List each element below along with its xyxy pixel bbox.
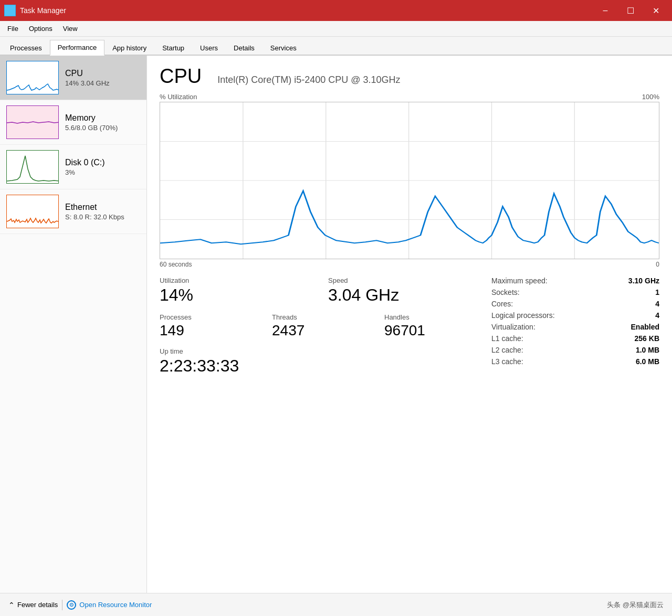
processes-stat: Processes 149 (160, 313, 256, 339)
disk-detail: 3% (65, 168, 140, 176)
cpu-detail: 14% 3.04 GHz (65, 79, 140, 87)
bottom-bar: ⌃ Fewer details ⊙ Open Resource Monitor … (0, 593, 672, 616)
sidebar-item-memory[interactable]: Memory 5.6/8.0 GB (70%) (0, 100, 146, 145)
utilization-label: % Utilization (160, 93, 197, 101)
tabs-bar: Processes Performance App history Startu… (0, 37, 672, 56)
time-start-label: 60 seconds (160, 261, 192, 268)
info-label-sockets: Sockets: (491, 288, 520, 296)
cpu-info-table: Maximum speed: 3.10 GHz Sockets: 1 Cores… (491, 277, 659, 369)
stats-row-2: Processes 149 Threads 2437 Handles 96701 (160, 313, 481, 339)
utilization-label-row: % Utilization 100% (160, 93, 659, 101)
info-row-cores: Cores: 4 (491, 300, 659, 308)
window-controls: – ☐ ✕ (593, 2, 668, 19)
bottom-bar-left: ⌃ Fewer details ⊙ Open Resource Monitor (8, 600, 152, 610)
svg-rect-4 (7, 195, 59, 228)
tab-processes[interactable]: Processes (2, 40, 50, 56)
info-label-cores: Cores: (491, 300, 513, 308)
tab-app-history[interactable]: App history (104, 40, 154, 56)
maximize-button[interactable]: ☐ (618, 2, 643, 19)
handles-stat-label: Handles (384, 313, 481, 321)
info-value-maxspeed: 3.10 GHz (628, 277, 659, 285)
info-value-l2: 1.0 MB (636, 346, 659, 354)
utilization-stat: Utilization 14% (160, 277, 312, 305)
tab-services[interactable]: Services (262, 40, 304, 56)
open-resource-monitor-button[interactable]: ⊙ Open Resource Monitor (67, 600, 152, 610)
info-label-virt: Virtualization: (491, 323, 536, 331)
tab-startup[interactable]: Startup (154, 40, 192, 56)
cpu-sidebar-info: CPU 14% 3.04 GHz (65, 69, 140, 87)
open-resource-monitor-label: Open Resource Monitor (79, 601, 152, 609)
handles-stat: Handles 96701 (384, 313, 481, 339)
info-label-l2: L2 cache: (491, 346, 523, 354)
info-value-virt: Enabled (631, 323, 659, 331)
ethernet-name: Ethernet (65, 203, 140, 212)
info-value-cores: 4 (655, 300, 659, 308)
cpu-panel-title: CPU (160, 65, 202, 88)
cpu-header: CPU Intel(R) Core(TM) i5-2400 CPU @ 3.10… (160, 65, 659, 88)
window-title: Task Manager (20, 6, 593, 15)
tab-details[interactable]: Details (226, 40, 262, 56)
memory-detail: 5.6/8.0 GB (70%) (65, 124, 140, 132)
speed-stat: Speed 3.04 GHz (328, 277, 481, 305)
info-value-logical: 4 (655, 311, 659, 320)
title-bar: Task Manager – ☐ ✕ (0, 0, 672, 21)
info-row-logical: Logical processors: 4 (491, 311, 659, 320)
sidebar-item-ethernet[interactable]: Ethernet S: 8.0 R: 32.0 Kbps (0, 189, 146, 234)
cpu-thumbnail (6, 61, 59, 94)
disk-thumbnail (6, 150, 59, 184)
ethernet-sidebar-info: Ethernet S: 8.0 R: 32.0 Kbps (65, 203, 140, 221)
threads-stat-value: 2437 (272, 322, 369, 339)
chevron-up-icon: ⌃ (8, 601, 15, 609)
utilization-stat-value: 14% (160, 285, 312, 305)
stats-row-1: Utilization 14% Speed 3.04 GHz (160, 277, 481, 305)
uptime-stat: Up time 2:23:33:33 (160, 347, 481, 376)
utilization-max: 100% (642, 93, 659, 101)
info-row-maxspeed: Maximum speed: 3.10 GHz (491, 277, 659, 285)
fewer-details-button[interactable]: ⌃ Fewer details (8, 601, 58, 609)
ethernet-thumbnail (6, 195, 59, 228)
info-row-sockets: Sockets: 1 (491, 288, 659, 296)
menu-options[interactable]: Options (24, 21, 58, 36)
cpu-chart (160, 102, 659, 259)
watermark: 头条 @呆猫桌面云 (607, 600, 664, 610)
cpu-panel-subtitle: Intel(R) Core(TM) i5-2400 CPU @ 3.10GHz (217, 75, 400, 86)
fewer-details-label: Fewer details (17, 601, 58, 609)
tab-performance[interactable]: Performance (50, 40, 104, 56)
sidebar: CPU 14% 3.04 GHz Memory 5.6/8.0 GB (70%) (0, 56, 147, 593)
sidebar-item-disk[interactable]: Disk 0 (C:) 3% (0, 145, 146, 189)
main-content: CPU 14% 3.04 GHz Memory 5.6/8.0 GB (70%) (0, 56, 672, 593)
memory-name: Memory (65, 113, 140, 123)
app-icon (4, 5, 16, 16)
processes-stat-label: Processes (160, 313, 256, 321)
sidebar-item-cpu[interactable]: CPU 14% 3.04 GHz (0, 56, 146, 100)
info-value-l1: 256 KB (635, 334, 659, 343)
info-label-l3: L3 cache: (491, 357, 523, 366)
disk-sidebar-info: Disk 0 (C:) 3% (65, 158, 140, 176)
cpu-name: CPU (65, 69, 140, 78)
handles-stat-value: 96701 (384, 322, 481, 339)
chart-time-labels: 60 seconds 0 (160, 261, 659, 268)
tab-users[interactable]: Users (192, 40, 226, 56)
minimize-button[interactable]: – (593, 2, 617, 19)
close-button[interactable]: ✕ (644, 2, 668, 19)
resource-monitor-icon: ⊙ (67, 600, 76, 610)
processes-stat-value: 149 (160, 322, 256, 339)
disk-name: Disk 0 (C:) (65, 158, 140, 167)
memory-thumbnail (6, 105, 59, 139)
menu-file[interactable]: File (2, 21, 24, 36)
info-row-l1: L1 cache: 256 KB (491, 334, 659, 343)
info-row-virt: Virtualization: Enabled (491, 323, 659, 331)
speed-stat-label: Speed (328, 277, 481, 284)
speed-stat-value: 3.04 GHz (328, 285, 481, 305)
info-value-l3: 6.0 MB (636, 357, 659, 366)
info-value-sockets: 1 (655, 288, 659, 296)
info-label-l1: L1 cache: (491, 334, 523, 343)
uptime-stat-label: Up time (160, 347, 481, 355)
menu-view[interactable]: View (58, 21, 83, 36)
threads-stat-label: Threads (272, 313, 369, 321)
info-row-l3: L3 cache: 6.0 MB (491, 357, 659, 366)
menu-bar: File Options View (0, 21, 672, 37)
info-row-l2: L2 cache: 1.0 MB (491, 346, 659, 354)
chart-area: % Utilization 100% (160, 93, 659, 268)
info-label-logical: Logical processors: (491, 311, 555, 320)
